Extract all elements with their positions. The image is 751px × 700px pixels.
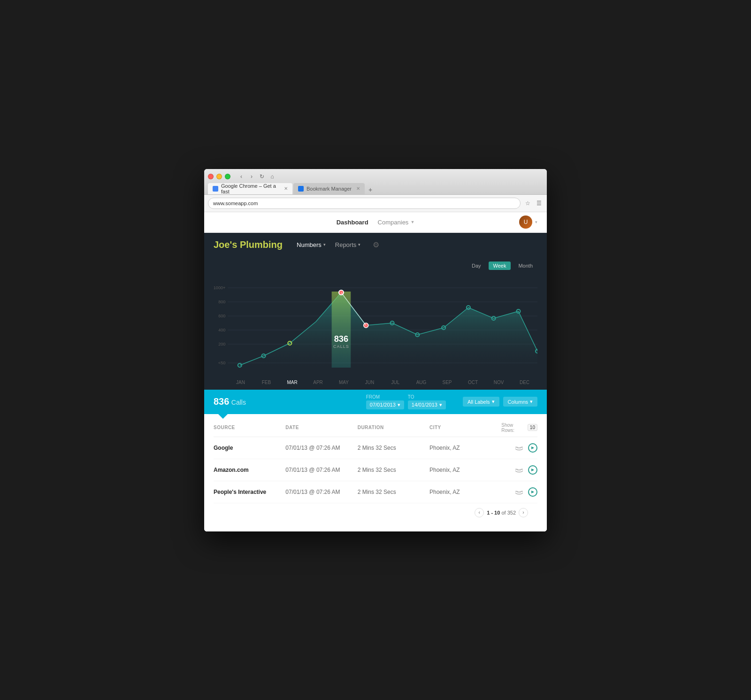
tab-bookmark-close-icon[interactable]: ✕	[356, 186, 360, 191]
row2-city: Phoenix, AZ	[429, 467, 501, 473]
reports-dropdown[interactable]: Reports ▾	[335, 241, 361, 248]
home-button[interactable]: ⌂	[268, 173, 276, 180]
row1-phone-icon[interactable]	[514, 443, 524, 453]
page-total: 352	[507, 510, 516, 515]
tab-chrome-label: Google Chrome – Get a fast	[221, 183, 279, 194]
time-controls: Day Week Month	[214, 262, 537, 270]
x-label-apr: APR	[305, 380, 331, 385]
dashboard-settings-icon[interactable]: ⚙	[373, 240, 379, 249]
tab-bookmark[interactable]: Bookmark Manager ✕	[293, 183, 365, 194]
calls-summary: 836 Calls	[214, 396, 246, 407]
tab-bookmark-label: Bookmark Manager	[307, 186, 352, 192]
calls-label: Calls	[231, 399, 246, 406]
user-avatar[interactable]: U	[519, 215, 532, 229]
row1-play-button[interactable]: ▶	[528, 443, 537, 453]
page-info: 1 - 10 of 352	[487, 510, 516, 515]
row2-phone-icon[interactable]	[514, 465, 524, 475]
x-label-feb: FEB	[253, 380, 279, 385]
svg-text:1000+: 1000+	[214, 285, 225, 290]
traffic-light-minimize[interactable]	[216, 174, 222, 179]
svg-text:CALLS: CALLS	[333, 344, 349, 349]
filter-controls: All Labels ▾ Columns ▾	[463, 397, 537, 407]
page-current: 1 - 10	[487, 510, 500, 515]
table-row: Google 07/01/13 @ 07:26 AM 2 Mins 32 Sec…	[214, 437, 537, 459]
svg-text:<50: <50	[218, 361, 225, 365]
columns-button[interactable]: Columns ▾	[503, 397, 537, 407]
address-text: www.someapp.com	[213, 200, 258, 206]
prev-page-button[interactable]: ‹	[475, 508, 484, 517]
x-label-may: MAY	[331, 380, 357, 385]
bookmark-favicon-icon	[298, 186, 304, 192]
to-date-group: To 14/01/2013 ▾	[408, 394, 446, 409]
time-month-button[interactable]: Month	[513, 262, 537, 270]
nav-companies[interactable]: Companies ▼	[378, 219, 415, 226]
col-header-actions: Show Rows: 10	[501, 423, 537, 433]
col-header-source: SOURCE	[214, 425, 285, 430]
all-labels-button[interactable]: All Labels ▾	[463, 397, 499, 407]
row1-action-icons: ▶	[514, 443, 537, 453]
address-bar[interactable]: www.someapp.com	[208, 198, 521, 209]
top-nav: Dashboard Companies ▼ U ▾	[204, 212, 547, 233]
tab-chrome[interactable]: Google Chrome – Get a fast ✕	[208, 183, 292, 194]
svg-text:800: 800	[218, 300, 225, 304]
back-button[interactable]: ‹	[237, 173, 245, 180]
pagination: ‹ 1 - 10 of 352 ›	[214, 503, 537, 522]
numbers-dropdown[interactable]: Numbers ▾	[297, 241, 326, 248]
to-label: To	[408, 394, 446, 400]
chart-container: 1000+ 800 600 400 200 <50 836	[214, 274, 537, 377]
row3-date: 07/01/13 @ 07:26 AM	[285, 489, 357, 495]
new-tab-button[interactable]: +	[366, 185, 375, 194]
star-icon[interactable]: ☆	[523, 199, 532, 208]
table-row: People's Interactive 07/01/13 @ 07:26 AM…	[214, 481, 537, 503]
time-week-button[interactable]: Week	[489, 262, 511, 270]
refresh-button[interactable]: ↻	[258, 173, 266, 180]
x-label-dec: DEC	[512, 380, 537, 385]
numbers-chevron-icon: ▾	[323, 242, 326, 247]
x-label-jul: JUL	[383, 380, 408, 385]
data-header: 836 Calls From 07/01/2013 ▾ To	[204, 390, 547, 414]
x-label-aug: AUG	[408, 380, 434, 385]
row1-source: Google	[214, 445, 285, 451]
nav-buttons: ‹ › ↻ ⌂	[237, 173, 276, 180]
svg-rect-12	[332, 292, 351, 368]
forward-button[interactable]: ›	[247, 173, 256, 180]
table-header-row: SOURCE DATE DURATION CITY Show Rows: 10	[214, 419, 537, 437]
settings-icon[interactable]: ☰	[535, 199, 543, 208]
time-day-button[interactable]: Day	[467, 262, 486, 270]
next-page-button[interactable]: ›	[519, 508, 528, 517]
calls-count: 836	[214, 396, 229, 407]
date-filter: From 07/01/2013 ▾ To 14/01/2013 ▾	[366, 394, 446, 409]
browser-tabs: Google Chrome – Get a fast ✕ Bookmark Ma…	[208, 183, 543, 194]
chrome-favicon-icon	[213, 186, 218, 192]
app-content: Dashboard Companies ▼ U ▾ Joe's Plumbing	[204, 212, 547, 531]
browser-controls: ‹ › ↻ ⌂	[208, 173, 543, 180]
x-label-jan: JAN	[228, 380, 253, 385]
top-nav-right: U ▾	[414, 215, 537, 229]
data-table: SOURCE DATE DURATION CITY Show Rows: 10	[204, 419, 547, 531]
row3-play-button[interactable]: ▶	[528, 487, 537, 497]
tab-chrome-close-icon[interactable]: ✕	[284, 186, 288, 191]
row3-phone-icon[interactable]	[514, 487, 524, 497]
to-date-chevron-icon: ▾	[439, 402, 442, 408]
row3-city: Phoenix, AZ	[429, 489, 501, 495]
top-nav-center: Dashboard Companies ▼	[337, 219, 415, 226]
row1-date: 07/01/13 @ 07:26 AM	[285, 445, 357, 451]
chart-svg: 1000+ 800 600 400 200 <50 836	[214, 274, 537, 377]
to-date-picker[interactable]: 14/01/2013 ▾	[408, 400, 446, 409]
row2-play-button[interactable]: ▶	[528, 465, 537, 475]
traffic-light-close[interactable]	[208, 174, 214, 179]
x-label-mar: MAR	[279, 380, 305, 385]
traffic-light-maximize[interactable]	[225, 174, 230, 179]
from-date-picker[interactable]: 07/01/2013 ▾	[366, 400, 404, 409]
row2-date: 07/01/13 @ 07:26 AM	[285, 467, 357, 473]
labels-chevron-icon: ▾	[492, 399, 495, 405]
row3-duration: 2 Mins 32 Secs	[358, 489, 429, 495]
browser-toolbar: www.someapp.com ☆ ☰	[204, 195, 547, 212]
nav-dashboard[interactable]: Dashboard	[337, 219, 368, 226]
company-name: Joe's Plumbing	[214, 239, 283, 250]
table-row: Amazon.com 07/01/13 @ 07:26 AM 2 Mins 32…	[214, 459, 537, 481]
x-label-sep: SEP	[434, 380, 460, 385]
rows-per-page-select[interactable]: 10	[528, 424, 537, 431]
col-header-city: CITY	[429, 425, 501, 430]
from-date-chevron-icon: ▾	[398, 402, 400, 408]
